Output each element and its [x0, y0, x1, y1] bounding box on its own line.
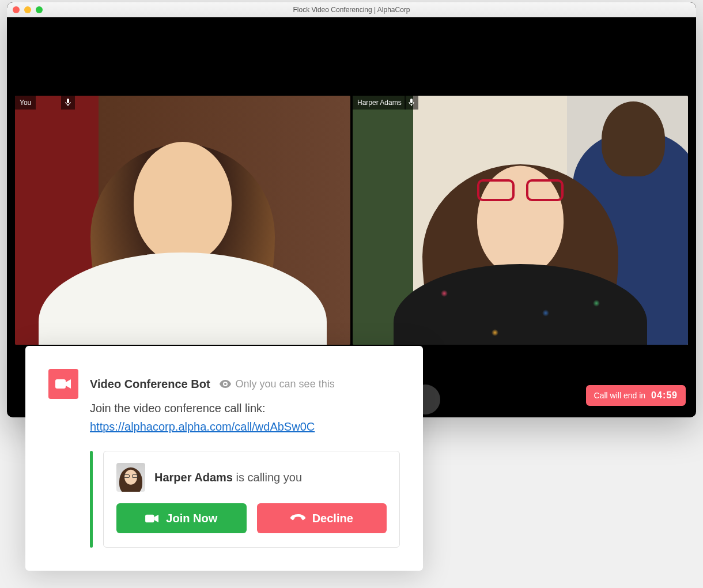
caller-suffix: is calling you [233, 471, 302, 484]
decline-button-label: Decline [312, 512, 353, 525]
titlebar: Flock Video Conferencing | AlphaCorp [7, 2, 696, 17]
accent-bar [90, 451, 93, 548]
call-timer-label: Call will end in [594, 391, 645, 400]
video-tile-harper-adams[interactable]: Harper Adams [353, 96, 688, 345]
video-camera-icon [48, 369, 78, 399]
popup-body-text: Join the video conference call link: [90, 399, 400, 417]
bot-name: Video Conference Bot [90, 378, 210, 391]
incoming-call-card: Harper Adams is calling you Join Now Dec… [103, 451, 400, 548]
video-camera-icon [145, 514, 159, 523]
microphone-icon[interactable] [61, 96, 75, 110]
video-grid: You Harper Adams [15, 96, 688, 345]
participant-label: You [15, 96, 36, 110]
visibility-note: Only you can see this [220, 378, 335, 390]
caller-name: Harper Adams [154, 471, 233, 484]
participant-label: Harper Adams [353, 96, 406, 110]
microphone-icon[interactable] [405, 96, 418, 110]
video-tile-self[interactable]: You [15, 96, 350, 345]
participant-name: Harper Adams [357, 99, 402, 107]
phone-hangup-icon [290, 514, 305, 522]
join-now-button[interactable]: Join Now [116, 503, 247, 533]
svg-rect-0 [67, 99, 69, 103]
call-timer-badge: Call will end in 04:59 [586, 385, 686, 406]
window-title: Flock Video Conferencing | AlphaCorp [7, 6, 696, 14]
join-button-label: Join Now [166, 512, 217, 525]
svg-rect-2 [410, 99, 413, 103]
incoming-call-popup: Video Conference Bot Only you can see th… [25, 346, 423, 571]
participant-name: You [20, 99, 31, 107]
call-timer-value: 04:59 [651, 390, 678, 401]
svg-point-5 [224, 383, 226, 385]
decline-button[interactable]: Decline [257, 503, 387, 533]
call-link[interactable]: https://alphacorp.alpha.com/call/wdAbSw0… [90, 420, 315, 433]
visibility-text: Only you can see this [236, 378, 335, 390]
svg-rect-6 [145, 514, 154, 522]
caller-avatar [116, 463, 145, 492]
svg-rect-4 [55, 379, 66, 389]
eye-icon [220, 380, 231, 388]
